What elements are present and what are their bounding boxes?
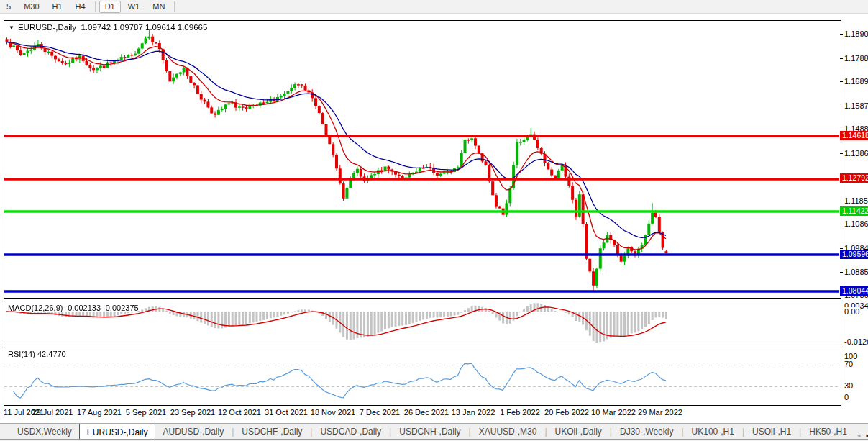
price-chart-canvas[interactable]: [4, 21, 839, 296]
axis-tick: [840, 81, 843, 82]
price-axis-label: 1.11850: [844, 196, 868, 205]
chart-tab-usdcnh-daily[interactable]: USDCNH-,Daily: [392, 424, 467, 439]
timeframe-button-h4[interactable]: H4: [70, 1, 91, 13]
timeframe-button-mn[interactable]: MN: [147, 1, 170, 13]
date-axis-label: 31 Oct 2021: [265, 408, 308, 417]
axis-tick: [840, 129, 843, 129]
price-axis: 1.189001.178801.168901.158701.148801.138…: [840, 0, 868, 441]
rsi-label: RSI(14) 42.4770: [8, 350, 66, 358]
price-line-tag: 1.09596: [840, 250, 868, 259]
toolbar-separator: [95, 1, 96, 12]
price-axis-label: 1.18900: [844, 29, 868, 38]
timeframe-button-5[interactable]: 5: [1, 1, 17, 13]
axis-tick: [840, 153, 843, 154]
chart-tab-xauusd-m30[interactable]: XAUUSD-,M30: [472, 424, 544, 439]
price-axis-label: 1.13860: [844, 149, 868, 158]
macd-pane: MACD(12,26,9) -0.002133 -0.002375: [4, 301, 841, 345]
price-axis-label: 1.15870: [844, 101, 868, 110]
chart-ohlc-values: 1.09742 1.09787 1.09614 1.09665: [81, 23, 207, 32]
rsi-canvas[interactable]: [4, 347, 839, 404]
chart-tab-usdx-weekly[interactable]: USDX,Weekly: [10, 424, 79, 439]
price-axis-label: 1.17880: [844, 54, 868, 63]
axis-tick: [840, 34, 843, 35]
chart-tab-hk50-h1[interactable]: HK50-,H1: [802, 424, 854, 439]
rsi-axis-label: 0: [844, 393, 849, 401]
chart-tab-usdchf-daily[interactable]: USDCHF-,Daily: [234, 424, 309, 439]
tab-scroll-left-icon[interactable]: ◂: [854, 432, 864, 439]
date-axis-label: 29 Mar 2022: [638, 408, 682, 417]
chart-tab-uk100-h1[interactable]: UK100-,H1: [685, 424, 741, 439]
timeframe-button-d1[interactable]: D1: [99, 1, 121, 13]
macd-label: MACD(12,26,9) -0.002133 -0.002375: [8, 304, 139, 312]
date-axis-label: 18 Nov 2021: [311, 408, 355, 417]
chart-tab-bar: USDX,WeeklyEURUSD-,DailyAUDUSD-,Daily|US…: [0, 423, 868, 439]
chart-tab-dj30-weekly[interactable]: DJ30-,Weekly: [613, 424, 680, 439]
chart-symbol-label: EURUSD-,Daily: [18, 23, 76, 32]
date-axis-label: 17 Aug 2021: [77, 408, 122, 417]
macd-axis-label: 0.00: [844, 307, 859, 316]
axis-tick: [840, 58, 843, 59]
chart-dropdown-icon[interactable]: ▼: [9, 24, 14, 31]
price-line-tag: 1.12792: [840, 173, 868, 183]
date-axis-label: 1 Feb 2022: [500, 408, 540, 417]
date-axis-label: 12 Oct 2021: [218, 408, 261, 417]
axis-tick: [840, 106, 843, 106]
macd-axis-label: -0.012058: [844, 337, 868, 346]
price-line-tag: 1.08044: [840, 286, 868, 296]
date-axis-label: 7 Dec 2021: [360, 408, 400, 417]
date-axis-label: 5 Sep 2021: [126, 408, 166, 417]
price-axis-label: 1.10860: [844, 219, 868, 228]
price-axis-label: 1.08850: [844, 268, 868, 276]
rsi-pane: RSI(14) 42.4770: [4, 347, 841, 406]
rsi-axis-label: 70: [844, 360, 853, 368]
axis-tick: [840, 272, 843, 273]
terminal-window: 5M30H1H4D1W1MN ▼EURUSD-,Daily 1.09742 1.…: [0, 0, 868, 441]
chart-tab-eurusd-daily[interactable]: EURUSD-,Daily: [79, 424, 156, 440]
date-axis-label: 23 Sep 2021: [170, 408, 215, 417]
chart-tab-ukoil-daily[interactable]: UKOil-,Daily: [548, 424, 609, 439]
chart-tab-usdcad-daily[interactable]: USDCAD-,Daily: [313, 424, 388, 439]
price-line-tag: 1.11422: [840, 206, 868, 216]
timeframe-button-m30[interactable]: M30: [18, 1, 45, 13]
date-axis-label: 29 Jul 2021: [32, 408, 73, 417]
date-axis-label: 13 Jan 2022: [452, 408, 495, 417]
timeframe-button-w1[interactable]: W1: [122, 1, 146, 13]
chart-tab-audusd-daily[interactable]: AUDUSD-,Daily: [155, 424, 231, 439]
date-axis-label: 20 Feb 2022: [544, 408, 589, 417]
timeframe-button-h1[interactable]: H1: [47, 1, 68, 13]
axis-tick: [840, 224, 843, 224]
price-line-tag: 1.14618: [840, 131, 868, 140]
rsi-axis-label: 30: [844, 381, 853, 390]
timeframe-toolbar: 5M30H1H4D1W1MN: [0, 0, 868, 14]
date-axis: 11 Jul 202129 Jul 202117 Aug 20215 Sep 2…: [4, 406, 840, 421]
price-chart-pane: ▼EURUSD-,Daily 1.09742 1.09787 1.09614 1…: [4, 20, 841, 299]
chart-header: ▼EURUSD-,Daily 1.09742 1.09787 1.09614 1…: [9, 23, 207, 32]
toolbar-separator: [174, 1, 175, 12]
date-axis-label: 26 Dec 2021: [404, 408, 449, 417]
date-axis-label: 10 Mar 2022: [591, 408, 636, 417]
price-axis-label: 1.16890: [844, 77, 868, 86]
chart-tab-usoil-h1[interactable]: USOil-,H1: [745, 424, 798, 439]
axis-tick: [840, 248, 843, 249]
tab-scroll-right-icon[interactable]: ▸: [863, 432, 868, 439]
axis-tick: [840, 201, 843, 201]
